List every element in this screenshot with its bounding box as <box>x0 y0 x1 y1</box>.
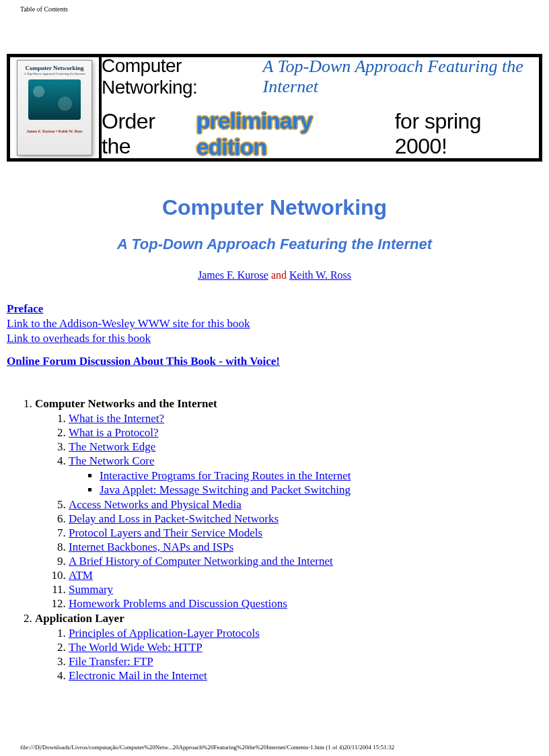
toc-ch1-title: Computer Networks and the Internet <box>35 397 217 410</box>
banner-line1-plain: Computer Networking: <box>102 55 258 98</box>
banner-line2-a: Order the <box>102 109 190 159</box>
toc-ch1-s12[interactable]: Homework Problems and Discussion Questio… <box>69 597 287 610</box>
page-title: Computer Networking <box>0 195 549 220</box>
page-header-label: Table of Contents <box>20 5 68 13</box>
toc-ch1-s9[interactable]: A Brief History of Computer Networking a… <box>69 555 333 568</box>
author-link-ross[interactable]: Keith W. Ross <box>289 269 351 281</box>
promo-banner: Computer Networking A Top-Down Approach … <box>7 54 542 162</box>
toc-ch2-s4[interactable]: Electronic Mail in the Internet <box>69 669 207 682</box>
forum-link[interactable]: Online Forum Discussion About This Book … <box>7 355 280 368</box>
toc-ch1-s7[interactable]: Protocol Layers and Their Service Models <box>69 526 262 539</box>
table-of-contents: Computer Networks and the Internet What … <box>7 397 542 684</box>
author-link-kurose[interactable]: James F. Kurose <box>198 269 268 281</box>
banner-line1-script: A Top-Down Approach Featuring the Intern… <box>263 57 539 97</box>
overheads-link[interactable]: Link to overheads for this book <box>7 332 151 345</box>
toc-ch2-s3[interactable]: File Transfer: FTP <box>69 655 153 668</box>
toc-ch2-title: Application Layer <box>35 612 124 625</box>
top-links: Preface Link to the Addison-Wesley WWW s… <box>7 302 542 369</box>
cover-subtitle: A Top-Down Approach Featuring the Intern… <box>24 72 85 75</box>
preface-link[interactable]: Preface <box>7 302 43 315</box>
toc-ch1-s11[interactable]: Summary <box>69 583 113 596</box>
toc-ch1-s1[interactable]: What is the Internet? <box>69 412 164 425</box>
toc-ch1-s10[interactable]: ATM <box>69 569 93 582</box>
book-cover-thumbnail: Computer Networking A Top-Down Approach … <box>17 60 92 156</box>
toc-ch1-s4a[interactable]: Interactive Programs for Tracing Routes … <box>100 469 351 482</box>
toc-ch1-s3[interactable]: The Network Edge <box>69 440 155 453</box>
banner-line2-highlight: preliminary edition <box>196 108 388 160</box>
addison-wesley-link[interactable]: Link to the Addison-Wesley WWW site for … <box>7 317 250 330</box>
toc-ch1-s8[interactable]: Internet Backbones, NAPs and ISPs <box>69 541 233 553</box>
page-subtitle: A Top-Down Approach Featuring the Intern… <box>0 236 549 253</box>
banner-text: Computer Networking: A Top-Down Approach… <box>99 57 539 158</box>
cover-authors: James F. Kurose • Keith W. Ross <box>26 129 82 133</box>
toc-ch1-s5[interactable]: Access Networks and Physical Media <box>69 498 242 511</box>
toc-chapter-1: Computer Networks and the Internet What … <box>35 397 542 611</box>
authors-and: and <box>268 269 289 281</box>
toc-ch1-s6[interactable]: Delay and Loss in Packet-Switched Networ… <box>69 512 279 525</box>
banner-line2-b: for spring 2000! <box>395 109 539 159</box>
toc-ch1-s4b[interactable]: Java Applet: Message Switching and Packe… <box>100 483 351 496</box>
page-footer-path: file:///D|/Downloads/Livros/computação/C… <box>20 744 394 751</box>
cover-art <box>28 79 81 120</box>
toc-ch2-s1[interactable]: Principles of Application-Layer Protocol… <box>69 627 260 640</box>
toc-ch2-s2[interactable]: The World Wide Web: HTTP <box>69 641 203 654</box>
authors-line: James F. Kurose and Keith W. Ross <box>0 269 549 281</box>
toc-ch1-s2[interactable]: What is a Protocol? <box>69 426 159 439</box>
cover-title: Computer Networking <box>25 65 83 71</box>
toc-chapter-2: Application Layer Principles of Applicat… <box>35 612 542 683</box>
toc-ch1-s4[interactable]: The Network Core <box>69 454 154 467</box>
